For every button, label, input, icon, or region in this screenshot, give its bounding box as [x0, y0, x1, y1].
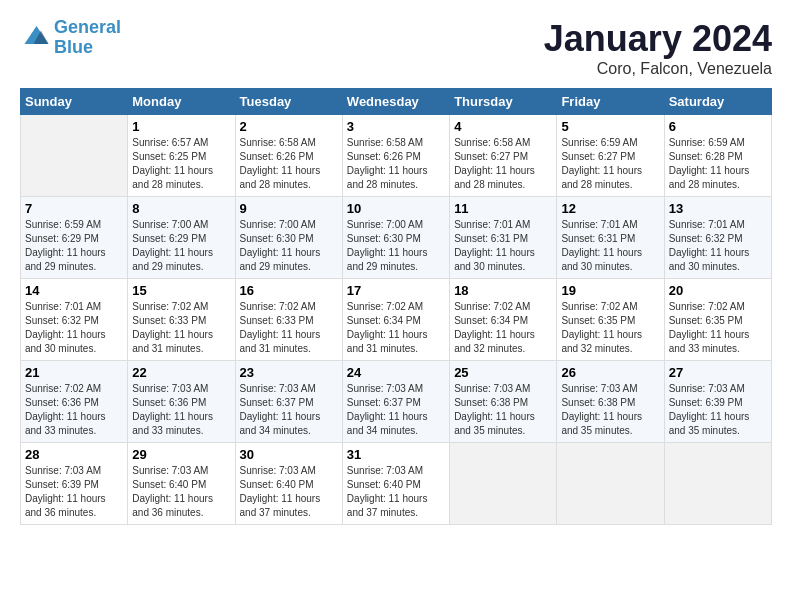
title-block: January 2024 Coro, Falcon, Venezuela [544, 18, 772, 78]
day-info: Sunrise: 7:03 AMSunset: 6:39 PMDaylight:… [669, 382, 767, 438]
day-info: Sunrise: 7:02 AMSunset: 6:36 PMDaylight:… [25, 382, 123, 438]
day-cell: 12Sunrise: 7:01 AMSunset: 6:31 PMDayligh… [557, 197, 664, 279]
day-info: Sunrise: 6:58 AMSunset: 6:26 PMDaylight:… [240, 136, 338, 192]
day-cell: 10Sunrise: 7:00 AMSunset: 6:30 PMDayligh… [342, 197, 449, 279]
day-info: Sunrise: 7:03 AMSunset: 6:38 PMDaylight:… [454, 382, 552, 438]
day-number: 12 [561, 201, 659, 216]
day-number: 26 [561, 365, 659, 380]
day-cell: 27Sunrise: 7:03 AMSunset: 6:39 PMDayligh… [664, 361, 771, 443]
day-cell: 9Sunrise: 7:00 AMSunset: 6:30 PMDaylight… [235, 197, 342, 279]
day-cell: 20Sunrise: 7:02 AMSunset: 6:35 PMDayligh… [664, 279, 771, 361]
day-number: 18 [454, 283, 552, 298]
day-info: Sunrise: 6:58 AMSunset: 6:26 PMDaylight:… [347, 136, 445, 192]
day-info: Sunrise: 7:02 AMSunset: 6:35 PMDaylight:… [669, 300, 767, 356]
day-info: Sunrise: 7:01 AMSunset: 6:31 PMDaylight:… [454, 218, 552, 274]
day-cell [557, 443, 664, 525]
day-info: Sunrise: 7:01 AMSunset: 6:32 PMDaylight:… [669, 218, 767, 274]
day-cell: 3Sunrise: 6:58 AMSunset: 6:26 PMDaylight… [342, 115, 449, 197]
day-number: 11 [454, 201, 552, 216]
day-cell: 13Sunrise: 7:01 AMSunset: 6:32 PMDayligh… [664, 197, 771, 279]
day-cell: 7Sunrise: 6:59 AMSunset: 6:29 PMDaylight… [21, 197, 128, 279]
calendar-subtitle: Coro, Falcon, Venezuela [544, 60, 772, 78]
day-cell: 24Sunrise: 7:03 AMSunset: 6:37 PMDayligh… [342, 361, 449, 443]
day-cell: 31Sunrise: 7:03 AMSunset: 6:40 PMDayligh… [342, 443, 449, 525]
day-number: 13 [669, 201, 767, 216]
day-cell [664, 443, 771, 525]
day-number: 1 [132, 119, 230, 134]
day-info: Sunrise: 6:59 AMSunset: 6:28 PMDaylight:… [669, 136, 767, 192]
header-row: SundayMondayTuesdayWednesdayThursdayFrid… [21, 89, 772, 115]
logo: General Blue [20, 18, 121, 58]
day-info: Sunrise: 7:00 AMSunset: 6:29 PMDaylight:… [132, 218, 230, 274]
day-info: Sunrise: 7:03 AMSunset: 6:37 PMDaylight:… [347, 382, 445, 438]
day-info: Sunrise: 7:02 AMSunset: 6:33 PMDaylight:… [240, 300, 338, 356]
day-cell: 15Sunrise: 7:02 AMSunset: 6:33 PMDayligh… [128, 279, 235, 361]
day-cell: 11Sunrise: 7:01 AMSunset: 6:31 PMDayligh… [450, 197, 557, 279]
day-info: Sunrise: 6:59 AMSunset: 6:29 PMDaylight:… [25, 218, 123, 274]
day-number: 9 [240, 201, 338, 216]
day-cell: 29Sunrise: 7:03 AMSunset: 6:40 PMDayligh… [128, 443, 235, 525]
day-info: Sunrise: 7:02 AMSunset: 6:35 PMDaylight:… [561, 300, 659, 356]
day-number: 2 [240, 119, 338, 134]
day-number: 27 [669, 365, 767, 380]
day-number: 30 [240, 447, 338, 462]
day-number: 17 [347, 283, 445, 298]
day-cell: 14Sunrise: 7:01 AMSunset: 6:32 PMDayligh… [21, 279, 128, 361]
week-row-3: 14Sunrise: 7:01 AMSunset: 6:32 PMDayligh… [21, 279, 772, 361]
day-info: Sunrise: 6:57 AMSunset: 6:25 PMDaylight:… [132, 136, 230, 192]
column-header-tuesday: Tuesday [235, 89, 342, 115]
day-cell: 2Sunrise: 6:58 AMSunset: 6:26 PMDaylight… [235, 115, 342, 197]
day-number: 4 [454, 119, 552, 134]
day-number: 25 [454, 365, 552, 380]
day-cell: 4Sunrise: 6:58 AMSunset: 6:27 PMDaylight… [450, 115, 557, 197]
day-info: Sunrise: 7:02 AMSunset: 6:34 PMDaylight:… [347, 300, 445, 356]
day-number: 29 [132, 447, 230, 462]
day-info: Sunrise: 6:58 AMSunset: 6:27 PMDaylight:… [454, 136, 552, 192]
day-cell: 23Sunrise: 7:03 AMSunset: 6:37 PMDayligh… [235, 361, 342, 443]
day-number: 22 [132, 365, 230, 380]
day-number: 28 [25, 447, 123, 462]
column-header-friday: Friday [557, 89, 664, 115]
day-number: 14 [25, 283, 123, 298]
day-number: 19 [561, 283, 659, 298]
day-cell: 25Sunrise: 7:03 AMSunset: 6:38 PMDayligh… [450, 361, 557, 443]
day-number: 31 [347, 447, 445, 462]
day-cell: 6Sunrise: 6:59 AMSunset: 6:28 PMDaylight… [664, 115, 771, 197]
day-number: 21 [25, 365, 123, 380]
day-number: 8 [132, 201, 230, 216]
day-info: Sunrise: 7:00 AMSunset: 6:30 PMDaylight:… [347, 218, 445, 274]
day-cell: 26Sunrise: 7:03 AMSunset: 6:38 PMDayligh… [557, 361, 664, 443]
day-number: 24 [347, 365, 445, 380]
day-info: Sunrise: 7:00 AMSunset: 6:30 PMDaylight:… [240, 218, 338, 274]
day-cell: 21Sunrise: 7:02 AMSunset: 6:36 PMDayligh… [21, 361, 128, 443]
day-cell: 30Sunrise: 7:03 AMSunset: 6:40 PMDayligh… [235, 443, 342, 525]
day-cell: 16Sunrise: 7:02 AMSunset: 6:33 PMDayligh… [235, 279, 342, 361]
page: General Blue January 2024 Coro, Falcon, … [0, 0, 792, 612]
day-cell: 17Sunrise: 7:02 AMSunset: 6:34 PMDayligh… [342, 279, 449, 361]
day-info: Sunrise: 7:01 AMSunset: 6:31 PMDaylight:… [561, 218, 659, 274]
day-cell [21, 115, 128, 197]
logo-icon [20, 23, 50, 53]
day-info: Sunrise: 7:03 AMSunset: 6:40 PMDaylight:… [347, 464, 445, 520]
column-header-saturday: Saturday [664, 89, 771, 115]
day-cell: 1Sunrise: 6:57 AMSunset: 6:25 PMDaylight… [128, 115, 235, 197]
day-info: Sunrise: 7:03 AMSunset: 6:39 PMDaylight:… [25, 464, 123, 520]
day-cell: 19Sunrise: 7:02 AMSunset: 6:35 PMDayligh… [557, 279, 664, 361]
day-cell: 22Sunrise: 7:03 AMSunset: 6:36 PMDayligh… [128, 361, 235, 443]
day-info: Sunrise: 7:01 AMSunset: 6:32 PMDaylight:… [25, 300, 123, 356]
day-cell: 18Sunrise: 7:02 AMSunset: 6:34 PMDayligh… [450, 279, 557, 361]
week-row-5: 28Sunrise: 7:03 AMSunset: 6:39 PMDayligh… [21, 443, 772, 525]
day-info: Sunrise: 7:03 AMSunset: 6:38 PMDaylight:… [561, 382, 659, 438]
day-number: 20 [669, 283, 767, 298]
header: General Blue January 2024 Coro, Falcon, … [20, 18, 772, 78]
day-info: Sunrise: 7:03 AMSunset: 6:37 PMDaylight:… [240, 382, 338, 438]
logo-text: General Blue [54, 18, 121, 58]
day-cell: 28Sunrise: 7:03 AMSunset: 6:39 PMDayligh… [21, 443, 128, 525]
calendar-title: January 2024 [544, 18, 772, 60]
day-number: 6 [669, 119, 767, 134]
day-number: 5 [561, 119, 659, 134]
week-row-2: 7Sunrise: 6:59 AMSunset: 6:29 PMDaylight… [21, 197, 772, 279]
day-number: 16 [240, 283, 338, 298]
day-cell: 8Sunrise: 7:00 AMSunset: 6:29 PMDaylight… [128, 197, 235, 279]
day-cell: 5Sunrise: 6:59 AMSunset: 6:27 PMDaylight… [557, 115, 664, 197]
